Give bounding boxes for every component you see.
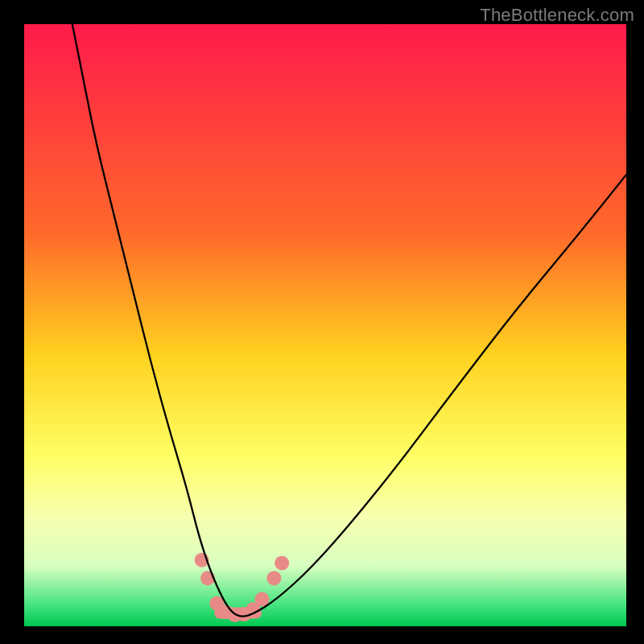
chart-frame: TheBottleneck.com <box>0 0 644 644</box>
watermark-text: TheBottleneck.com <box>480 5 634 26</box>
bottleneck-chart <box>0 0 644 644</box>
marker-point <box>254 592 269 606</box>
marker-point <box>266 571 281 585</box>
marker-point <box>275 555 289 570</box>
plot-background <box>24 24 626 626</box>
